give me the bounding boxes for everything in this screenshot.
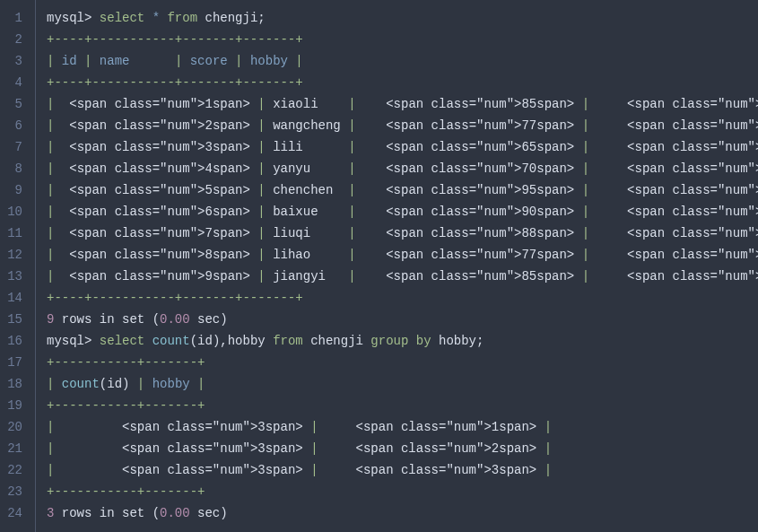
- code-line: +-----------+-------+: [47, 481, 758, 502]
- line-number: 5: [4, 93, 28, 115]
- line-number-gutter: 123456789101112131415161718192021222324: [0, 0, 36, 532]
- code-line: | <span class="num">3span> | lili | <spa…: [47, 136, 758, 158]
- line-number: 6: [4, 115, 28, 136]
- line-number: 9: [4, 179, 28, 201]
- code-line: | id | name | score | hobby |: [47, 50, 758, 72]
- line-number: 19: [4, 395, 28, 416]
- code-line: | <span class="num">7span> | liuqi | <sp…: [47, 222, 758, 244]
- code-line: | <span class="num">5span> | chenchen | …: [47, 179, 758, 201]
- line-number: 20: [4, 416, 28, 438]
- line-number: 13: [4, 266, 28, 287]
- code-line: 9 rows in set (0.00 sec): [47, 309, 758, 330]
- code-line: | <span class="num">3span> | <span class…: [47, 459, 758, 481]
- line-number: 2: [4, 29, 28, 50]
- code-line: | <span class="num">9span> | jiangyi | <…: [47, 266, 758, 287]
- line-number: 3: [4, 50, 28, 72]
- line-number: 1: [4, 7, 28, 29]
- code-line: | <span class="num">3span> | <span class…: [47, 416, 758, 438]
- code-line: | <span class="num">4span> | yanyu | <sp…: [47, 158, 758, 179]
- line-number: 15: [4, 309, 28, 330]
- line-number: 24: [4, 502, 28, 524]
- code-line: 3 rows in set (0.00 sec): [47, 502, 758, 524]
- line-number: 17: [4, 352, 28, 373]
- code-line: +-----------+-------+: [47, 352, 758, 373]
- line-number: 16: [4, 330, 28, 352]
- code-line: mysql> select * from chengji;: [47, 7, 758, 29]
- code-line: | <span class="num">3span> | <span class…: [47, 438, 758, 459]
- code-editor-content[interactable]: mysql> select * from chengji;+----+-----…: [36, 0, 758, 532]
- line-number: 23: [4, 481, 28, 502]
- line-number: 21: [4, 438, 28, 459]
- line-number: 4: [4, 72, 28, 93]
- line-number: 14: [4, 287, 28, 309]
- line-number: 8: [4, 158, 28, 179]
- code-line: +----+-----------+-------+-------+: [47, 287, 758, 309]
- code-line: | count(id) | hobby |: [47, 373, 758, 395]
- line-number: 10: [4, 201, 28, 222]
- line-number: 7: [4, 136, 28, 158]
- line-number: 22: [4, 459, 28, 481]
- code-line: | <span class="num">1span> | xiaoli | <s…: [47, 93, 758, 115]
- code-line: | <span class="num">2span> | wangcheng |…: [47, 115, 758, 136]
- code-line: +----+-----------+-------+-------+: [47, 29, 758, 50]
- code-line: | <span class="num">8span> | lihao | <sp…: [47, 244, 758, 266]
- code-line: | <span class="num">6span> | baixue | <s…: [47, 201, 758, 222]
- line-number: 11: [4, 222, 28, 244]
- code-line: +----+-----------+-------+-------+: [47, 72, 758, 93]
- line-number: 12: [4, 244, 28, 266]
- line-number: 18: [4, 373, 28, 395]
- code-line: +-----------+-------+: [47, 395, 758, 416]
- code-line: mysql> select count(id),hobby from cheng…: [47, 330, 758, 352]
